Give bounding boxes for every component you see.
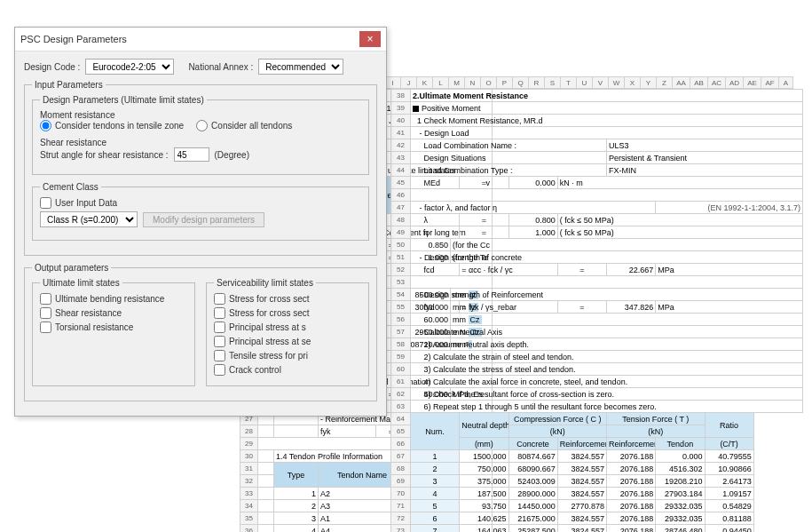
col-hdr[interactable]: I (385, 76, 401, 89)
row-num[interactable]: 62 (391, 388, 411, 401)
row-num[interactable]: 29 (240, 438, 258, 450)
row-num[interactable]: 32 (240, 475, 258, 488)
row-num[interactable]: 54 (391, 289, 411, 301)
col-hdr[interactable]: M (449, 76, 465, 89)
row-num[interactable]: 51 (391, 251, 411, 264)
row-num[interactable]: 38 (391, 90, 411, 102)
user-input-checkbox[interactable] (40, 197, 51, 209)
row-num[interactable]: 43 (391, 152, 411, 164)
row-num[interactable]: 28 (240, 425, 258, 438)
row-num[interactable]: 45 (391, 177, 411, 189)
col-hdr[interactable]: O (481, 76, 497, 89)
checkbox[interactable] (214, 364, 225, 376)
col-hdr[interactable]: U (577, 76, 593, 89)
col-hdr[interactable]: Z (657, 76, 673, 89)
checkbox[interactable] (40, 293, 51, 305)
row-num[interactable]: 67 (391, 450, 411, 463)
checkbox-item[interactable]: Shear resistance (40, 307, 187, 319)
radio-all-input[interactable] (196, 120, 208, 131)
checkbox-item[interactable]: Ultimate bending resistance (40, 293, 187, 305)
row-num[interactable]: 39 (391, 102, 411, 115)
col-hdr[interactable]: AA (673, 76, 690, 89)
col-hdr[interactable]: AC (708, 76, 726, 89)
checkbox[interactable] (214, 350, 225, 361)
row-num[interactable]: 70 (391, 488, 411, 500)
row-num[interactable]: 47 (391, 202, 411, 214)
row-num[interactable]: 56 (391, 314, 411, 326)
close-icon[interactable]: × (359, 31, 381, 47)
checkbox[interactable] (40, 322, 51, 333)
checkbox-item[interactable]: Stress for cross sect (214, 307, 361, 319)
row-num[interactable]: 60 (391, 363, 411, 376)
row-num[interactable]: 40 (391, 115, 411, 127)
checkbox[interactable] (214, 322, 225, 333)
col-hdr[interactable]: P (497, 76, 513, 89)
row-num[interactable]: 64 (391, 413, 411, 425)
checkbox[interactable] (214, 293, 225, 305)
col-hdr[interactable]: N (465, 76, 481, 89)
user-input-chk[interactable]: User Input Data (40, 197, 361, 209)
row-num[interactable]: 55 (391, 301, 411, 314)
row-num[interactable]: 42 (391, 139, 411, 152)
col-hdr[interactable]: AE (744, 76, 761, 89)
checkbox-item[interactable]: Principal stress at se (214, 336, 361, 347)
row-num[interactable]: 41 (391, 127, 411, 139)
col-hdr[interactable]: R (529, 76, 545, 89)
row-num[interactable]: 73 (391, 525, 411, 533)
row-num[interactable]: 58 (391, 338, 411, 351)
col-hdr[interactable]: S (545, 76, 561, 89)
strut-input[interactable] (174, 147, 209, 162)
row-num[interactable]: 63 (391, 401, 411, 413)
row-num[interactable]: 69 (391, 475, 411, 488)
row-num[interactable]: 71 (391, 500, 411, 512)
row-num[interactable]: 57 (391, 326, 411, 338)
checkbox-item[interactable]: Stress for cross sect (214, 293, 361, 305)
radio-all[interactable]: Consider all tendons (196, 120, 292, 131)
col-hdr[interactable]: AD (726, 76, 744, 89)
radio-tensile-input[interactable] (40, 120, 51, 131)
col-hdr[interactable]: T (561, 76, 577, 89)
col-hdr[interactable]: Q (513, 76, 529, 89)
col-hdr[interactable]: W (609, 76, 625, 89)
row-num[interactable]: 65 (391, 425, 411, 438)
row-num[interactable]: 52 (391, 264, 411, 276)
col-hdr[interactable]: A (779, 76, 793, 89)
col-hdr[interactable]: AF (761, 76, 779, 89)
row-num[interactable]: 46 (391, 189, 411, 202)
checkbox-item[interactable]: Torsional resistance (40, 322, 187, 333)
row-num[interactable]: 48 (391, 214, 411, 226)
col-hdr[interactable]: V (593, 76, 609, 89)
row-num[interactable]: 44 (391, 164, 411, 177)
checkbox[interactable] (40, 307, 51, 319)
checkbox[interactable] (214, 307, 225, 319)
annex-select[interactable]: Recommended (258, 59, 343, 75)
checkbox-item[interactable]: Tensile stress for pri (214, 350, 361, 361)
row-num[interactable]: 34 (240, 500, 258, 512)
col-hdr[interactable]: AB (690, 76, 708, 89)
radio-tensile[interactable]: Consider tendons in tensile zone (40, 120, 184, 131)
row-num[interactable]: 61 (391, 376, 411, 388)
checkbox[interactable] (214, 336, 225, 347)
cement-select[interactable]: Class R (s=0.200) (40, 211, 138, 227)
row-num[interactable]: 50 (391, 239, 411, 251)
col-hdr[interactable]: Y (641, 76, 657, 89)
row-num[interactable]: 33 (240, 488, 258, 500)
modify-button[interactable]: Modify design parameters (143, 212, 264, 227)
col-hdr[interactable]: K (417, 76, 433, 89)
row-num[interactable]: 72 (391, 512, 411, 525)
row-num[interactable]: 35 (240, 512, 258, 525)
row-num[interactable]: 68 (391, 463, 411, 475)
col-hdr[interactable]: X (625, 76, 641, 89)
col-hdr[interactable]: L (433, 76, 449, 89)
design-code-select[interactable]: Eurocode2-2:05 (85, 59, 174, 75)
checkbox-item[interactable]: Crack control (214, 364, 361, 376)
col-hdr[interactable]: J (401, 76, 417, 89)
checkbox-item[interactable]: Principal stress at s (214, 322, 361, 333)
row-num[interactable]: 66 (391, 438, 411, 450)
row-num[interactable]: 49 (391, 226, 411, 239)
row-num[interactable]: 59 (391, 351, 411, 363)
row-num[interactable]: 31 (240, 463, 258, 475)
row-num[interactable]: 53 (391, 276, 411, 289)
row-num[interactable]: 36 (240, 525, 258, 533)
row-num[interactable]: 30 (240, 450, 258, 463)
